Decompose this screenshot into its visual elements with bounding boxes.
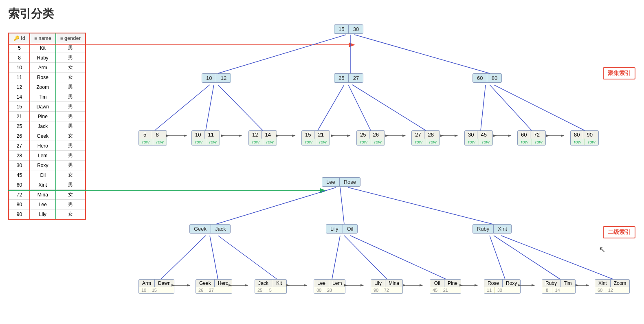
secondary-leaf-8: XintZoom 6012	[595, 279, 630, 294]
cell-id: 90	[9, 209, 30, 219]
data-table: 🔑 id ≡ name ≡ gender 5Kit男8Ruby男10Arm女11…	[9, 33, 85, 219]
cell-id: 11	[9, 73, 30, 82]
cell-id: 14	[9, 92, 30, 102]
cell-gender: 女	[56, 190, 85, 200]
cell-gender: 女	[56, 209, 85, 219]
cell-name: Tim	[30, 92, 56, 102]
clustered-leaf-2: 1214 rowrow	[248, 130, 277, 145]
table-row: 26Geek女	[9, 131, 85, 141]
cell-gender: 男	[56, 161, 85, 170]
secondary-l2-2: Ruby Xint	[473, 224, 512, 234]
cell-name: Arm	[30, 63, 56, 73]
table-row: 90Lily女	[9, 209, 85, 219]
cell-name: Ruby	[30, 53, 56, 63]
cell-name: Pine	[30, 112, 56, 121]
cell-gender: 男	[56, 82, 85, 92]
cell-name: Hero	[30, 141, 56, 151]
cell-id: 28	[9, 151, 30, 161]
table-row: 8Ruby男	[9, 53, 85, 63]
table-row: 5Kit男	[9, 43, 85, 53]
cell-id: 25	[9, 121, 30, 131]
cell-gender: 男	[56, 180, 85, 190]
cell-name: Xint	[30, 180, 56, 190]
table-row: 30Roxy男	[9, 161, 85, 170]
secondary-root: Lee Rose	[322, 177, 360, 187]
secondary-leaf-1: GeekHero 2627	[196, 279, 232, 294]
table-row: 11Rose女	[9, 73, 85, 82]
cell-id: 80	[9, 200, 30, 209]
cell-id: 60	[9, 180, 30, 190]
cell-name: Roxy	[30, 161, 56, 170]
clustered-l2-2: 60 80	[473, 73, 502, 83]
cell-gender: 女	[56, 170, 85, 180]
cell-id: 12	[9, 82, 30, 92]
tree-svg	[138, 16, 635, 324]
clustered-leaf-5: 2728 rowrow	[411, 130, 440, 145]
secondary-leaf-0: ArmDawn 1015	[138, 279, 174, 294]
cell-name: Dawn	[30, 102, 56, 112]
cell-id: 27	[9, 141, 30, 151]
cell-gender: 男	[56, 200, 85, 209]
cell-gender: 女	[56, 63, 85, 73]
secondary-label: 二级索引	[603, 226, 635, 238]
cell-name: Lee	[30, 200, 56, 209]
secondary-l2-0: Geek Jack	[189, 224, 231, 234]
cell-name: Jack	[30, 121, 56, 131]
cell-id: 21	[9, 112, 30, 121]
table-row: 27Hero男	[9, 141, 85, 151]
th-gender: ≡ gender	[56, 34, 85, 43]
th-id: 🔑 id	[9, 34, 30, 43]
secondary-leaf-7: RubyTim 814	[542, 279, 576, 294]
cell-name: Zoom	[30, 82, 56, 92]
tree-area: 15 30 10 12 25 27 60 80 58 rowrow 1011 r…	[138, 16, 635, 324]
secondary-leaf-6: RoseRoxy 1130	[484, 279, 521, 294]
clustered-root: 15 30	[334, 24, 363, 34]
cell-gender: 男	[56, 92, 85, 102]
cell-id: 10	[9, 63, 30, 73]
th-name: ≡ name	[30, 34, 56, 43]
clustered-l2-1: 25 27	[334, 73, 363, 83]
cell-gender: 男	[56, 112, 85, 121]
table-row: 80Lee男	[9, 200, 85, 209]
cell-name: Oil	[30, 170, 56, 180]
cell-name: Rose	[30, 73, 56, 82]
clustered-leaf-3: 1521 rowrow	[301, 130, 330, 145]
secondary-leaf-5: OilPine 4521	[430, 279, 461, 294]
secondary-leaf-4: LilyMina 9072	[371, 279, 403, 294]
clustered-leaf-6: 3045 rowrow	[464, 130, 493, 145]
table-row: 45Oil女	[9, 170, 85, 180]
secondary-leaf-3: LeeLem 8028	[314, 279, 345, 294]
table-row: 21Pine男	[9, 112, 85, 121]
table-container: 🔑 id ≡ name ≡ gender 5Kit男8Ruby男10Arm女11…	[8, 33, 86, 220]
clustered-leaf-4: 2526 rowrow	[356, 130, 385, 145]
table-row: 10Arm女	[9, 63, 85, 73]
cell-gender: 男	[56, 102, 85, 112]
cell-name: Lily	[30, 209, 56, 219]
cell-name: Geek	[30, 131, 56, 141]
secondary-leaf-2: JackKit 255	[255, 279, 287, 294]
cell-id: 30	[9, 161, 30, 170]
cell-gender: 男	[56, 141, 85, 151]
cell-id: 72	[9, 190, 30, 200]
table-row: 14Tim男	[9, 92, 85, 102]
cell-gender: 男	[56, 121, 85, 131]
cursor-icon: ↖	[599, 245, 606, 254]
cell-name: Lem	[30, 151, 56, 161]
clustered-leaf-8: 8090 rowrow	[570, 130, 599, 145]
clustered-leaf-0: 58 rowrow	[138, 130, 167, 145]
table-row: 72Mina女	[9, 190, 85, 200]
table-row: 25Jack男	[9, 121, 85, 131]
clustered-leaf-1: 1011 rowrow	[191, 130, 220, 145]
cell-gender: 女	[56, 131, 85, 141]
cell-gender: 女	[56, 73, 85, 82]
table-row: 60Xint男	[9, 180, 85, 190]
cell-gender: 男	[56, 43, 85, 53]
table-row: 12Zoom男	[9, 82, 85, 92]
cell-id: 26	[9, 131, 30, 141]
clustered-leaf-7: 6072 rowrow	[517, 130, 546, 145]
cell-id: 15	[9, 102, 30, 112]
cell-gender: 男	[56, 53, 85, 63]
cell-name: Mina	[30, 190, 56, 200]
cell-id: 8	[9, 53, 30, 63]
clustered-label: 聚集索引	[603, 67, 635, 79]
